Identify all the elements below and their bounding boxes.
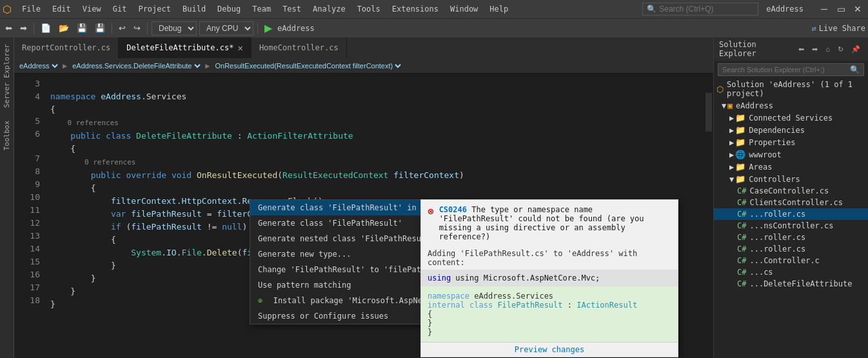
error-content: Adding 'FilePathResult.cs' to 'eAddress'… — [421, 246, 678, 342]
undo-button[interactable]: ↩ — [116, 22, 128, 34]
menu-team[interactable]: Team — [247, 3, 276, 15]
platform-dropdown[interactable]: Any CPU — [199, 21, 253, 35]
tab-close-icon[interactable]: ✕ — [237, 43, 242, 53]
menu-tools[interactable]: Tools — [352, 3, 386, 15]
ctx-item-label: Suppress or Configure issues — [258, 312, 388, 321]
se-header: Solution Explorer ⬅ ➡ ⌂ ↻ 📌 — [714, 37, 868, 61]
run-button[interactable]: ▶ — [262, 22, 275, 34]
left-sidebar: Server Explorer Toolbox — [0, 37, 14, 358]
menu-extensions[interactable]: Extensions — [387, 3, 444, 15]
menu-build[interactable]: Build — [177, 3, 211, 15]
se-roller-cs2[interactable]: C# ...roller.cs — [714, 232, 868, 243]
cs-file-icon: C# — [737, 244, 746, 254]
scroll-thumb[interactable] — [705, 93, 712, 132]
se-dependencies[interactable]: ▶ 📁 Dependencies — [714, 124, 868, 136]
search-box[interactable]: 🔍 — [642, 3, 758, 15]
menu-debug[interactable]: Debug — [212, 3, 246, 15]
scrollbar-minimap[interactable] — [704, 74, 713, 358]
menu-project[interactable]: Project — [133, 3, 176, 15]
menu-edit[interactable]: Edit — [47, 3, 76, 15]
se-controller-c[interactable]: C# ...Controller.c — [714, 255, 868, 266]
se-roller-cs[interactable]: C# ...roller.cs — [714, 208, 868, 220]
adding-label: Adding 'FilePathResult.cs' to 'eAddress'… — [421, 246, 678, 270]
preview-changes-link[interactable]: Preview changes — [421, 342, 678, 357]
expand-icon: ▼ — [729, 175, 734, 184]
save-button[interactable]: 💾 — [74, 22, 90, 34]
class-name: FilePathResult — [497, 301, 562, 310]
cs-file-icon: C# — [737, 268, 746, 277]
se-project-label: eAddress — [736, 101, 773, 110]
ctx-item-label: Use pattern matching — [258, 281, 351, 290]
error-popup: ⊗ CS0246 The type or namespace name 'Fil… — [420, 199, 678, 357]
se-search-box[interactable]: 🔍 — [718, 63, 864, 76]
tab-delete-file-attribute[interactable]: DeleteFileAttribute.cs* ✕ — [119, 37, 252, 58]
toolbar-separator-4 — [257, 23, 258, 34]
tab-report-controller[interactable]: ReportController.cs — [14, 37, 119, 58]
se-solution-label: Solution 'eAddress' (1 of 1 project) — [727, 80, 865, 98]
se-nav-back[interactable]: ⬅ — [796, 44, 807, 55]
menu-file[interactable]: File — [17, 3, 46, 15]
redo-button[interactable]: ↪ — [131, 22, 143, 34]
se-nav-forward[interactable]: ➡ — [809, 44, 820, 55]
tab-home-controller[interactable]: HomeController.cs — [252, 37, 347, 58]
menu-analyze[interactable]: Analyze — [308, 3, 351, 15]
cs-file-icon: C# — [737, 221, 746, 230]
breadcrumb-service[interactable]: eAddress.Services.DeleteFileAttribute — [70, 61, 202, 70]
se-properties[interactable]: ▶ 📁 Properties — [714, 136, 868, 148]
folder-icon: 📁 — [735, 162, 745, 172]
maximize-button[interactable]: ▭ — [833, 1, 849, 17]
line-numbers: 3 4 5 6 7 8 9 10 11 12 13 14 15 16 17 18 — [14, 74, 45, 358]
liveshare-label: Live Share — [819, 24, 865, 33]
se-cs[interactable]: C# ...cs — [714, 266, 868, 278]
se-project[interactable]: ▼ ▣ eAddress — [714, 99, 868, 112]
forward-button[interactable]: ➡ — [17, 22, 30, 34]
se-refresh[interactable]: ↻ — [835, 44, 846, 55]
se-title: Solution Explorer — [719, 40, 796, 58]
server-explorer-tab[interactable]: Server Explorer — [1, 40, 12, 112]
menu-window[interactable]: Window — [445, 3, 483, 15]
search-input[interactable] — [659, 5, 749, 14]
expand-icon: ▼ — [722, 101, 726, 110]
save-all-button[interactable]: 💾 — [92, 22, 108, 34]
breadcrumb-method[interactable]: OnResultExecuted(ResultExecutedContext f… — [212, 61, 403, 70]
se-connected-services[interactable]: ▶ 📁 Connected Services — [714, 112, 868, 124]
se-wwwroot[interactable]: ▶ 🌐 wwwroot — [714, 148, 868, 161]
code-editor[interactable]: 3 4 5 6 7 8 9 10 11 12 13 14 15 16 17 18… — [14, 74, 713, 358]
menu-view[interactable]: View — [77, 3, 106, 15]
class-kw: class — [469, 301, 493, 310]
project-icon: ▣ — [727, 101, 733, 110]
se-item-label: Controllers — [749, 175, 800, 184]
se-solution[interactable]: ⬡ Solution 'eAddress' (1 of 1 project) — [714, 79, 868, 99]
se-areas[interactable]: ▶ 📁 Areas — [714, 161, 868, 173]
tab-label: ReportController.cs — [22, 43, 110, 52]
open-button[interactable]: 📂 — [56, 22, 72, 34]
new-project-button[interactable]: 📄 — [38, 22, 54, 34]
menu-git[interactable]: Git — [108, 3, 132, 15]
se-home[interactable]: ⌂ — [823, 44, 833, 55]
toolbox-tab[interactable]: Toolbox — [1, 117, 12, 154]
minimize-button[interactable]: ─ — [816, 1, 832, 17]
liveshare-button[interactable]: ⇄ Live Share — [812, 24, 865, 33]
se-item-label: ClientsController.cs — [749, 198, 843, 207]
breadcrumb-sep-2: ▶ — [205, 61, 210, 70]
interface-name: IActionResult — [577, 301, 637, 310]
menu-test[interactable]: Test — [277, 3, 306, 15]
se-controllers[interactable]: ▼ 📁 Controllers — [714, 173, 868, 185]
namespace-line: namespace eAddress.Services — [428, 292, 671, 301]
se-clients-controller[interactable]: C# ClientsController.cs — [714, 197, 868, 208]
back-button[interactable]: ⬅ — [3, 22, 15, 34]
close-brace: } — [428, 319, 671, 328]
se-case-controller[interactable]: C# CaseController.cs — [714, 185, 868, 197]
se-search-input[interactable] — [722, 66, 847, 74]
class-line: internal class FilePathResult : IActionR… — [428, 301, 671, 310]
se-tree: ⬡ Solution 'eAddress' (1 of 1 project) ▼… — [714, 79, 868, 358]
se-pin[interactable]: 📌 — [849, 44, 863, 55]
error-text: The type or namespace name 'FilePathResu… — [439, 205, 644, 241]
close-button[interactable]: ✕ — [850, 1, 865, 17]
se-roller-cs3[interactable]: C# ...roller.cs — [714, 243, 868, 255]
menu-help[interactable]: Help — [484, 3, 513, 15]
se-delete-file-attribute[interactable]: C# ...DeleteFileAttribute — [714, 278, 868, 290]
breadcrumb-project[interactable]: eAddress — [17, 61, 60, 70]
config-dropdown[interactable]: Debug — [152, 21, 197, 35]
se-ns-controller[interactable]: C# ...nsController.cs — [714, 220, 868, 232]
